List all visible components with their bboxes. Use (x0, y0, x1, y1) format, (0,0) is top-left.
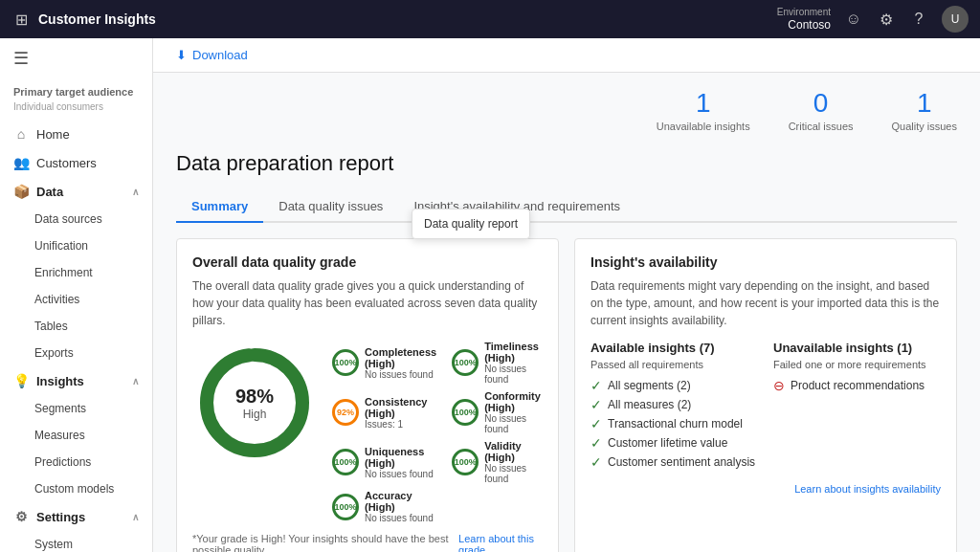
sidebar-toggle[interactable]: ☰ (0, 38, 152, 78)
pillar-uniqueness-name: Uniqueness (High) (365, 446, 436, 469)
sidebar-item-customers-label: Customers (36, 156, 97, 170)
pillar-accuracy-name: Accuracy (High) (365, 490, 436, 513)
help-icon[interactable]: ? (909, 10, 928, 29)
smiley-icon[interactable]: ☺ (844, 10, 863, 29)
stat-unavailable-number: 1 (657, 88, 750, 119)
sidebar-item-activities[interactable]: Activities (0, 286, 152, 313)
avail-measures-label: All measures (2) (608, 398, 691, 411)
sidebar-item-customers[interactable]: 👥 Customers (0, 148, 152, 177)
unavailable-title: Unavailable insights (1) (773, 341, 941, 355)
avail-segments-label: All segments (2) (608, 379, 691, 392)
page-body: 1 Unavailable insights 0 Critical issues… (153, 73, 980, 552)
settings-icon[interactable]: ⚙ (877, 10, 896, 29)
pillar-accuracy-circle: 100% (332, 494, 359, 520)
pillar-validity-name: Validity (High) (484, 440, 543, 463)
environment-block[interactable]: Environment Contoso (777, 7, 831, 32)
primary-audience-label: Primary target audience (0, 78, 152, 101)
pillar-validity-info: Validity (High) No issues found (484, 440, 543, 484)
sidebar-item-segments[interactable]: Segments (0, 395, 152, 422)
learn-insights-link[interactable]: Learn about insights availability (794, 483, 941, 495)
stat-quality-label: Quality issues (892, 121, 957, 132)
tab-insight-availability[interactable]: Insight's availability and requirements (398, 191, 635, 223)
check-measures-icon: ✓ (590, 397, 602, 412)
segments-label: Segments (34, 402, 86, 415)
sidebar-item-insights-label: Insights (36, 374, 84, 388)
avail-churn-label: Transactional churn model (608, 417, 743, 431)
stat-critical-label: Critical issues (789, 121, 854, 132)
learn-grade-link[interactable]: Learn about this grade (458, 533, 543, 552)
pillar-completeness-name: Completeness (High) (365, 346, 436, 369)
pillar-validity-circle: 100% (452, 449, 479, 475)
sidebar-item-settings[interactable]: ⚙ Settings ∧ (0, 502, 152, 531)
pillar-consistency-status: Issues: 1 (365, 419, 436, 430)
available-sub: Passed all requirements (590, 359, 758, 370)
predictions-label: Predictions (34, 455, 91, 469)
unavailable-sub: Failed one or more requirements (773, 359, 941, 370)
page-title: Data preparation report (176, 151, 957, 176)
card-footer: *Your grade is High! Your insights shoul… (192, 533, 543, 552)
stats-row: 1 Unavailable insights 0 Critical issues… (657, 88, 957, 132)
pillars-grid: 100% Completeness (High) No issues found… (332, 341, 543, 523)
check-lifetime-icon: ✓ (590, 435, 602, 451)
download-label: Download (192, 48, 248, 62)
sidebar-item-unification[interactable]: Unification (0, 232, 152, 259)
availability-title: Insight's availability (590, 254, 941, 270)
pillar-accuracy-info: Accuracy (High) No issues found (365, 490, 436, 523)
available-title: Available insights (7) (590, 341, 758, 355)
enrichment-label: Enrichment (34, 266, 93, 279)
sidebar-item-insights[interactable]: 💡 Insights ∧ (0, 366, 152, 395)
sidebar-item-system[interactable]: System (0, 531, 152, 552)
custom-models-label: Custom models (34, 482, 114, 496)
grid-icon[interactable]: ⊞ (11, 10, 31, 29)
check-sentiment-icon: ✓ (590, 454, 602, 470)
pillar-validity-status: No issues found (484, 463, 543, 484)
pillar-consistency-circle: 92% (332, 399, 359, 426)
pillar-conformity-name: Conformity (High) (484, 390, 543, 413)
pillar-timeliness: 100% Timeliness (High) No issues found (452, 341, 543, 385)
sidebar-item-exports[interactable]: Exports (0, 340, 152, 366)
pillar-completeness: 100% Completeness (High) No issues found (332, 341, 436, 385)
pillar-conformity: 100% Conformity (High) No issues found (452, 390, 543, 434)
sidebar-item-home[interactable]: ⌂ Home (0, 120, 152, 148)
pillar-uniqueness-circle: 100% (332, 449, 359, 475)
insights-chevron-icon: ∧ (132, 376, 139, 386)
sidebar: ☰ Primary target audience Individual con… (0, 38, 153, 552)
stat-critical-number: 0 (789, 88, 854, 119)
avail-product-label: Product recommendations (791, 379, 924, 392)
two-col-cards: Overall data quality grade The overall d… (176, 238, 957, 552)
availability-desc: Data requirements might vary depending o… (590, 277, 941, 329)
sidebar-item-data[interactable]: 📦 Data ∧ (0, 177, 152, 206)
tab-data-quality[interactable]: Data quality issues (263, 191, 398, 223)
avail-sentiment: ✓ Customer sentiment analysis (590, 454, 758, 470)
sidebar-item-measures[interactable]: Measures (0, 422, 152, 449)
pillar-uniqueness: 100% Uniqueness (High) No issues found (332, 440, 436, 484)
main-layout: ☰ Primary target audience Individual con… (0, 38, 980, 552)
primary-audience-sub: Individual consumers (0, 101, 152, 120)
pillar-completeness-status: No issues found (365, 369, 436, 380)
sidebar-item-enrichment[interactable]: Enrichment (0, 259, 152, 286)
availability-cols: Available insights (7) Passed all requir… (590, 341, 941, 474)
pillar-timeliness-circle: 100% (452, 349, 479, 376)
tabs: Summary Data quality issues Insight's av… (176, 191, 957, 223)
sidebar-item-predictions[interactable]: Predictions (0, 449, 152, 475)
user-avatar[interactable]: U (942, 6, 969, 33)
customers-icon: 👥 (13, 155, 29, 170)
avail-all-segments: ✓ All segments (2) (590, 378, 758, 393)
avail-lifetime: ✓ Customer lifetime value (590, 435, 758, 451)
stat-quality-number: 1 (892, 88, 957, 119)
stat-critical: 0 Critical issues (789, 88, 854, 132)
sidebar-item-custom-models[interactable]: Custom models (0, 475, 152, 502)
donut-chart: 98% High (192, 341, 317, 465)
download-button[interactable]: ⬇ Download (176, 48, 248, 62)
settings-sidebar-icon: ⚙ (13, 509, 29, 524)
donut-grade: High (235, 408, 274, 421)
sidebar-item-data-sources[interactable]: Data sources (0, 206, 152, 232)
data-icon: 📦 (13, 184, 29, 199)
pillar-timeliness-name: Timeliness (High) (484, 341, 543, 364)
avail-product-rec: ⊖ Product recommendations (773, 378, 941, 393)
donut-label: 98% High (235, 386, 274, 421)
pillar-timeliness-status: No issues found (484, 364, 543, 385)
overall-quality-card: Overall data quality grade The overall d… (176, 238, 559, 552)
tab-summary[interactable]: Summary (176, 191, 263, 223)
sidebar-item-tables[interactable]: Tables (0, 313, 152, 340)
